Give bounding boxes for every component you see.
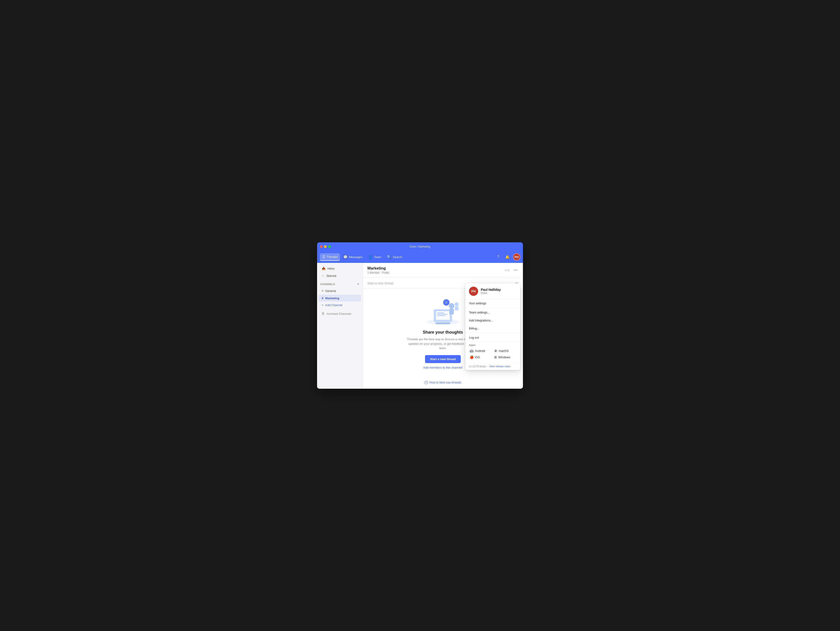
toolbar-right: ? 🔔 PH xyxy=(494,253,520,261)
channel-name: Marketing xyxy=(367,266,390,270)
minimize-button[interactable] xyxy=(324,245,327,248)
messages-nav-button[interactable]: 💬 Messages xyxy=(341,253,365,261)
android-icon: 🤖 xyxy=(470,349,474,353)
maximize-button[interactable] xyxy=(328,245,331,248)
threads-nav-button[interactable]: ☰ Threads xyxy=(320,253,340,261)
star-icon: ☆ xyxy=(322,274,325,278)
dropdown-user-info: Paul Halliday Doist xyxy=(481,288,501,295)
svg-point-7 xyxy=(449,303,454,308)
svg-rect-8 xyxy=(449,308,454,314)
svg-rect-5 xyxy=(437,315,445,316)
threads-icon: ☰ xyxy=(322,255,325,259)
empty-state-title: Share your thoughts xyxy=(423,330,463,335)
separator: · xyxy=(487,365,488,368)
svg-rect-3 xyxy=(437,313,444,313)
how-to-label: How to best use threads xyxy=(429,381,461,384)
inbox-label: Inbox xyxy=(327,267,335,270)
channel-meta: 1 Member · Public xyxy=(367,271,390,274)
ios-label: iOS xyxy=(475,356,480,359)
svg-text:✓: ✓ xyxy=(445,300,448,304)
ios-icon: 🍎 xyxy=(470,355,474,359)
macos-icon: 🖥 xyxy=(494,349,497,353)
channel-info: Marketing 1 Member · Public xyxy=(367,266,390,274)
add-members-link[interactable]: Add members to this channel! xyxy=(423,366,463,369)
svg-rect-4 xyxy=(437,314,447,315)
starred-label: Starred xyxy=(327,274,336,278)
sidebar: 📥 Inbox ☆ Starred Channels + # General #… xyxy=(317,263,363,389)
toolbar-nav: ☰ Threads 💬 Messages 👤 Team 🔍 Search xyxy=(320,253,494,261)
dropdown-your-settings[interactable]: Your settings xyxy=(465,299,520,307)
dropdown-user-header: PH Paul Halliday Doist xyxy=(465,283,520,299)
help-button[interactable]: ? xyxy=(494,253,502,261)
sidebar-item-general[interactable]: # General xyxy=(319,287,361,294)
archived-label: Archived Channels xyxy=(327,312,351,315)
add-channel-icon[interactable]: + xyxy=(357,282,359,286)
more-options-icon[interactable]: ••• xyxy=(513,267,518,273)
version-row: v1.12.78 (beta) · View release notes xyxy=(465,363,520,370)
team-nav-button[interactable]: 👤 Team xyxy=(366,253,384,261)
sidebar-item-archived[interactable]: 🗄 Archived Channels xyxy=(319,310,361,317)
main-content: 📥 Inbox ☆ Starred Channels + # General #… xyxy=(317,263,523,389)
channels-section-label: Channels xyxy=(320,283,335,286)
checklist-icon[interactable]: ✓≡ xyxy=(504,267,510,274)
dropdown-billing[interactable]: Billing... xyxy=(465,324,520,332)
archive-icon: 🗄 xyxy=(322,312,325,315)
help-icon: ? xyxy=(497,255,499,259)
user-dropdown-menu: PH Paul Halliday Doist Your settings Tea… xyxy=(465,283,520,370)
search-label: Search xyxy=(393,255,402,259)
macos-label: macOS xyxy=(499,349,508,353)
dropdown-add-integrations[interactable]: Add integrations... xyxy=(465,316,520,324)
general-label: General xyxy=(325,289,336,293)
threads-label: Threads xyxy=(327,255,338,259)
window-title: Doist | Marketing xyxy=(410,245,430,248)
channels-section-header: Channels + xyxy=(317,279,363,287)
divider-1 xyxy=(465,308,520,308)
svg-point-11 xyxy=(455,302,459,306)
start-new-thread-button[interactable]: Start a new thread xyxy=(425,355,461,363)
dropdown-user-name: Paul Halliday xyxy=(481,288,501,291)
app-android[interactable]: 🤖 Android xyxy=(469,348,492,353)
windows-label: Windows xyxy=(498,356,510,359)
messages-icon: 💬 xyxy=(343,255,348,259)
team-icon: 👤 xyxy=(368,255,373,259)
apps-section: Apps: 🤖 Android 🖥 macOS 🍎 iOS xyxy=(465,342,520,363)
plus-icon: + xyxy=(322,304,324,307)
notifications-button[interactable]: 🔔 xyxy=(504,253,511,261)
app-ios[interactable]: 🍎 iOS xyxy=(469,354,492,360)
sidebar-item-marketing[interactable]: # Marketing xyxy=(319,295,361,302)
app-macos[interactable]: 🖥 macOS xyxy=(493,348,516,353)
dropdown-team-settings[interactable]: Team settings... xyxy=(465,308,520,316)
illustration: ✓ xyxy=(425,296,461,325)
new-thread-placeholder: Start a new thread xyxy=(367,281,393,285)
add-channel-label: Add Channel xyxy=(325,304,343,307)
windows-icon: ⊞ xyxy=(494,355,497,359)
dropdown-user-team: Doist xyxy=(481,291,501,295)
close-button[interactable] xyxy=(320,245,322,248)
question-circle-icon: ? xyxy=(424,381,428,384)
add-channel-item[interactable]: + Add Channel xyxy=(319,302,361,308)
channel-header: Marketing 1 Member · Public ✓≡ ••• xyxy=(363,263,523,278)
team-label: Team xyxy=(374,255,381,259)
bell-icon: 🔔 xyxy=(505,255,510,259)
view-release-notes-link[interactable]: View release notes xyxy=(489,365,511,368)
traffic-lights xyxy=(320,245,331,248)
how-to-link[interactable]: ? How to best use threads xyxy=(424,381,461,384)
android-label: Android xyxy=(475,349,485,353)
sidebar-item-starred[interactable]: ☆ Starred xyxy=(319,272,361,279)
hash-icon-general: # xyxy=(322,289,324,293)
version-text: v1.12.78 (beta) xyxy=(469,365,486,368)
hash-icon-marketing: # xyxy=(322,296,324,300)
dropdown-logout[interactable]: Log out xyxy=(465,334,520,342)
inbox-icon: 📥 xyxy=(322,267,325,270)
sidebar-item-inbox[interactable]: 📥 Inbox xyxy=(319,265,361,272)
search-nav-button[interactable]: 🔍 Search xyxy=(385,253,404,261)
apps-grid: 🤖 Android 🖥 macOS 🍎 iOS ⊞ Windows xyxy=(469,348,516,360)
apps-label: Apps: xyxy=(469,344,516,346)
search-icon: 🔍 xyxy=(387,255,392,259)
app-windows[interactable]: ⊞ Windows xyxy=(493,354,516,360)
toolbar: ☰ Threads 💬 Messages 👤 Team 🔍 Search ? 🔔 xyxy=(317,251,523,263)
marketing-label: Marketing xyxy=(325,297,339,300)
divider-2 xyxy=(465,333,520,333)
title-bar: Doist | Marketing xyxy=(317,242,523,251)
user-avatar-button[interactable]: PH xyxy=(513,253,520,261)
